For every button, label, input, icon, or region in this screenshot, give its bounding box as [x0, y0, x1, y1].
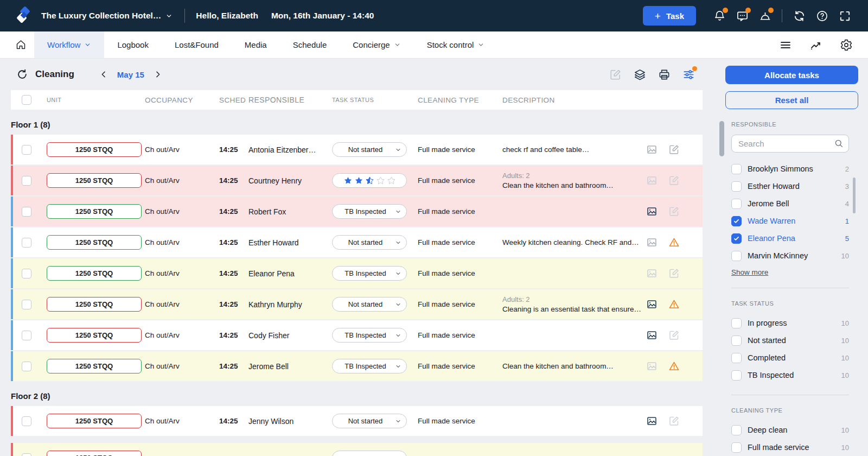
unit-badge[interactable]: 1250 STQQ [47, 266, 142, 281]
filter-sliders-icon[interactable] [682, 68, 695, 81]
edit-icon[interactable] [668, 206, 680, 217]
edit-icon[interactable] [668, 330, 680, 341]
nav-item-stock-control[interactable]: Stock control [414, 31, 498, 58]
refresh-icon[interactable] [16, 68, 28, 80]
select-all-checkbox[interactable] [22, 95, 31, 105]
search-input[interactable] [731, 135, 849, 153]
image-icon[interactable] [646, 268, 658, 279]
edit-icon[interactable] [668, 175, 680, 186]
date-label[interactable]: May 15 [117, 70, 144, 79]
row-checkbox[interactable] [22, 362, 31, 371]
nav-item-schedule[interactable]: Schedule [280, 31, 340, 58]
task-status-dropdown[interactable]: TB Inspected [332, 359, 407, 373]
sync-icon[interactable] [793, 9, 806, 22]
filter-checkbox[interactable] [731, 370, 742, 381]
task-status-dropdown[interactable]: Not started [332, 142, 407, 157]
filter-item-deep-clean[interactable]: Deep clean10 [731, 421, 849, 439]
layers-icon[interactable] [634, 68, 646, 81]
filter-checkbox[interactable] [731, 216, 742, 226]
edit-icon[interactable] [668, 144, 680, 155]
filter-checkbox[interactable] [731, 233, 742, 244]
row-checkbox[interactable] [22, 145, 31, 155]
task-status-dropdown[interactable]: TB Inspected [332, 204, 407, 219]
unit-badge[interactable]: 1250 STQQ [47, 414, 142, 428]
filter-item-esther-howard[interactable]: Esther Howard3 [731, 178, 849, 195]
sidebar-scrollbar[interactable] [853, 178, 856, 213]
filter-item-eleanor-pena[interactable]: Eleanor Pena5 [731, 230, 849, 247]
row-checkbox[interactable] [22, 331, 31, 340]
allocate-tasks-button[interactable]: Allocate tasks [725, 66, 858, 84]
filter-item-jerome-bell[interactable]: Jerome Bell4 [731, 195, 849, 212]
show-more-link[interactable]: Show more [731, 268, 768, 276]
print-icon[interactable] [658, 68, 671, 81]
hotel-selector[interactable]: The Luxury Collection Hotel… [41, 11, 173, 21]
nav-item-logbook[interactable]: Logbook [104, 31, 162, 58]
add-task-button[interactable]: + Task [643, 6, 696, 26]
reports-icon[interactable] [809, 39, 822, 52]
row-checkbox[interactable] [22, 238, 31, 248]
filter-item-not-started[interactable]: Not started10 [731, 332, 849, 349]
row-checkbox[interactable] [22, 453, 31, 456]
filter-checkbox[interactable] [731, 199, 742, 209]
task-status-dropdown[interactable]: TB Inspected [332, 266, 407, 281]
warning-icon[interactable] [668, 360, 680, 372]
row-checkbox[interactable] [22, 416, 31, 426]
image-icon[interactable] [646, 237, 658, 248]
prev-day-chevron-icon[interactable] [99, 70, 108, 79]
task-status-dropdown[interactable]: TB Inspected [332, 328, 407, 343]
nav-item-workflow[interactable]: Workflow [34, 31, 104, 58]
filter-checkbox[interactable] [731, 318, 742, 328]
unit-badge[interactable]: 1250 STQQ [47, 142, 142, 157]
task-status-dropdown[interactable]: Not started [332, 297, 407, 312]
filter-checkbox[interactable] [731, 335, 742, 346]
filter-checkbox[interactable] [731, 251, 742, 261]
filter-item-tb-inspected[interactable]: TB Inspected10 [731, 366, 849, 384]
messages-icon[interactable] [736, 9, 749, 22]
warning-icon[interactable] [668, 237, 680, 248]
unit-badge[interactable]: 1250 STQQ [47, 297, 142, 312]
filter-item-completed[interactable]: Completed10 [731, 349, 849, 366]
row-checkbox[interactable] [22, 269, 31, 278]
filter-checkbox[interactable] [731, 164, 742, 174]
image-icon[interactable] [646, 206, 658, 217]
filter-checkbox[interactable] [731, 353, 742, 363]
filter-checkbox[interactable] [731, 181, 742, 192]
row-checkbox[interactable] [22, 207, 31, 217]
reset-all-button[interactable]: Reset all [725, 91, 858, 109]
warning-icon[interactable] [668, 299, 680, 310]
unit-badge[interactable]: 1250 STQQ [47, 204, 142, 219]
menu-icon[interactable] [779, 39, 792, 52]
unit-badge[interactable]: 1250 STQQ [47, 328, 142, 343]
row-checkbox[interactable] [22, 300, 31, 309]
filter-checkbox[interactable] [731, 425, 742, 435]
home-icon[interactable] [15, 31, 27, 58]
image-icon[interactable] [646, 330, 658, 341]
filter-item-marvin-mckinney[interactable]: Marvin McKinney10 [731, 247, 849, 264]
edit-icon[interactable] [668, 268, 680, 279]
filter-item-brooklyn-simmons[interactable]: Brooklyn Simmons2 [731, 160, 849, 178]
fullscreen-icon[interactable] [838, 9, 851, 22]
task-status-dropdown[interactable]: Not started [332, 414, 407, 428]
task-status-dropdown[interactable]: Not started [332, 235, 407, 250]
edit-icon[interactable] [609, 68, 622, 81]
image-icon[interactable] [646, 299, 658, 310]
help-icon[interactable] [815, 9, 828, 22]
main-scrollbar[interactable] [719, 121, 724, 156]
nav-item-concierge[interactable]: Concierge [340, 31, 413, 58]
filter-item-full-made-service[interactable]: Full made service10 [731, 439, 849, 456]
filter-item-wade-warren[interactable]: Wade Warren1 [731, 212, 849, 230]
notifications-bell-icon[interactable] [713, 9, 726, 22]
filter-checkbox[interactable] [731, 442, 742, 453]
image-icon[interactable] [646, 415, 658, 427]
edit-icon[interactable] [668, 415, 680, 427]
unit-badge[interactable]: 1250 STQQ [47, 359, 142, 373]
row-checkbox[interactable] [22, 176, 31, 186]
image-icon[interactable] [646, 360, 658, 372]
next-day-chevron-icon[interactable] [154, 70, 162, 79]
unit-badge[interactable]: 1250 STQQ [47, 451, 142, 456]
image-icon[interactable] [646, 144, 658, 155]
task-status-dropdown[interactable] [332, 451, 407, 456]
rating-stars[interactable] [332, 173, 407, 188]
service-bell-icon[interactable] [758, 9, 771, 22]
unit-badge[interactable]: 1250 STQQ [47, 173, 142, 188]
